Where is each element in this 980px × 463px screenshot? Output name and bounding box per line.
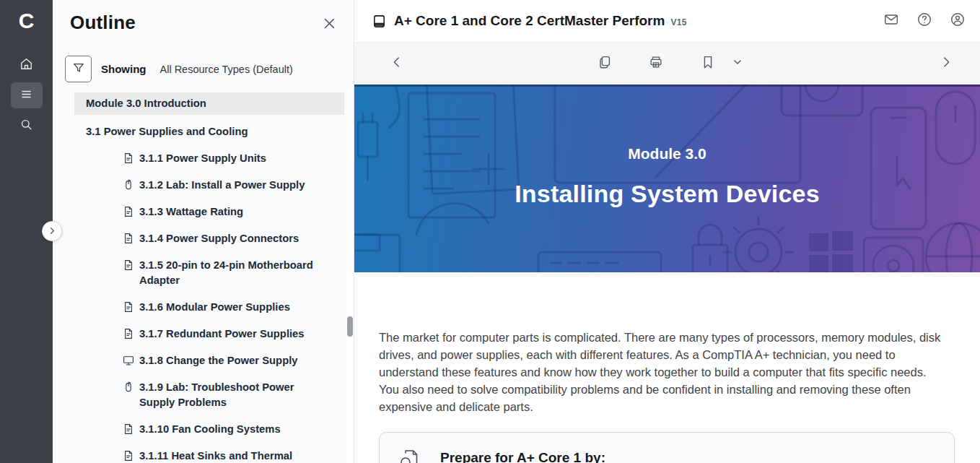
home-icon	[19, 57, 33, 74]
print-icon	[648, 54, 664, 73]
document-icon	[123, 450, 134, 462]
outline-panel: Outline Showing All Resource Types (Defa…	[53, 0, 354, 463]
outline-item-label: 3.1.1 Power Supply Units	[139, 151, 266, 166]
filter-funnel-icon	[72, 61, 85, 77]
close-icon	[323, 17, 336, 33]
print-button[interactable]	[645, 53, 667, 74]
course-title: A+ Core 1 and Core 2 CertMaster Perform	[394, 13, 665, 29]
rail-nav	[0, 52, 53, 139]
outline-scrollbar-thumb[interactable]	[347, 316, 353, 337]
next-page-button[interactable]	[935, 53, 957, 74]
document-icon	[123, 152, 134, 164]
messages-button[interactable]	[882, 12, 901, 30]
outline-item[interactable]: Module 3.0 Introduction	[74, 92, 344, 115]
outline-item[interactable]: 3.1.2 Lab: Install a Power Supply	[53, 178, 354, 193]
document-icon	[123, 423, 134, 435]
chevron-right-icon	[48, 225, 56, 238]
rail-search-button[interactable]	[11, 113, 43, 139]
banner-title: Installing System Devices	[515, 180, 820, 208]
copy-icon	[597, 54, 613, 73]
prepare-callout-box: Prepare for A+ Core 1 by:	[379, 432, 955, 463]
copy-button[interactable]	[594, 53, 616, 74]
rail-home-button[interactable]	[11, 52, 43, 78]
banner-module-label: Module 3.0	[628, 145, 706, 163]
outline-item-label: Module 3.0 Introduction	[86, 98, 206, 109]
outline-item[interactable]: 3.1.8 Change the Power Supply	[53, 353, 354, 368]
outline-item-label: 3.1.5 20-pin to 24-pin Motherboard Adapt…	[139, 258, 328, 288]
outline-item[interactable]: 3.1 Power Supplies and Cooling	[53, 124, 354, 139]
outline-item-label: 3.1 Power Supplies and Cooling	[86, 126, 248, 137]
book-icon	[372, 14, 387, 29]
resource-filter-row: Showing All Resource Types (Default)	[65, 56, 336, 82]
chevron-right-icon	[938, 54, 954, 73]
document-inspect-icon	[399, 448, 421, 463]
panel-expand-button[interactable]	[42, 221, 62, 241]
course-version-badge: V15	[670, 17, 686, 27]
outline-scrollbar-track[interactable]	[346, 90, 354, 463]
outline-item-label: 3.1.6 Modular Power Supplies	[139, 300, 290, 315]
bookmark-menu-button[interactable]	[727, 53, 748, 74]
outline-item[interactable]: 3.1.3 Wattage Rating	[53, 204, 354, 220]
document-icon	[123, 206, 134, 217]
outline-item-label: 3.1.8 Change the Power Supply	[139, 353, 298, 368]
bookmark-button[interactable]	[697, 53, 719, 74]
prepare-heading: Prepare for A+ Core 1 by:	[440, 450, 605, 463]
outline-item[interactable]: 3.1.5 20-pin to 24-pin Motherboard Adapt…	[53, 258, 354, 288]
filter-button[interactable]	[65, 56, 92, 82]
bookmark-icon	[700, 54, 716, 73]
outline-item[interactable]: 3.1.1 Power Supply Units	[53, 151, 354, 166]
outline-item[interactable]: 3.1.4 Power Supply Connectors	[53, 231, 354, 246]
outline-item[interactable]: 3.1.11 Heat Sinks and Thermal	[53, 449, 354, 463]
outline-item[interactable]: 3.1.10 Fan Cooling Systems	[53, 422, 354, 437]
filter-selected-value[interactable]: All Resource Types (Default)	[160, 64, 293, 75]
mail-icon	[883, 12, 899, 30]
chevron-down-icon	[732, 57, 743, 70]
outline-item-label: 3.1.11 Heat Sinks and Thermal	[139, 449, 292, 463]
outline-list: Module 3.0 Introduction3.1 Power Supplie…	[53, 92, 354, 463]
comptia-logo[interactable]: C	[0, 0, 53, 42]
lesson-content: The market for computer parts is complic…	[354, 272, 980, 463]
outline-panel-title: Outline	[70, 12, 336, 34]
outline-item-label: 3.1.7 Redundant Power Supplies	[139, 326, 305, 342]
monitor-icon	[123, 355, 134, 366]
document-icon	[123, 328, 134, 339]
account-button[interactable]	[948, 12, 967, 30]
outline-item-label: 3.1.2 Lab: Install a Power Supply	[139, 178, 305, 193]
document-icon	[123, 259, 134, 271]
header-actions	[882, 12, 967, 30]
intro-paragraph: The market for computer parts is complic…	[379, 329, 949, 415]
chevron-left-icon	[389, 54, 405, 73]
search-icon	[19, 118, 33, 134]
outline-item-label: 3.1.3 Wattage Rating	[139, 204, 243, 220]
outline-item[interactable]: 3.1.7 Redundant Power Supplies	[53, 326, 354, 342]
outline-item-label: 3.1.4 Power Supply Connectors	[139, 231, 299, 246]
reader-toolbar	[354, 42, 980, 85]
document-icon	[123, 233, 134, 244]
outline-item[interactable]: 3.1.9 Lab: Troubleshoot Power Supply Pro…	[53, 380, 354, 410]
help-button[interactable]	[915, 12, 934, 30]
course-header: A+ Core 1 and Core 2 CertMaster Perform …	[354, 0, 980, 42]
lab-icon	[123, 179, 134, 191]
rail-outline-button[interactable]	[11, 82, 43, 108]
outline-item-label: 3.1.10 Fan Cooling Systems	[139, 422, 281, 437]
module-hero-banner: Module 3.0 Installing System Devices	[354, 85, 980, 272]
lab-icon	[123, 381, 134, 393]
main-content-area: A+ Core 1 and Core 2 CertMaster Perform …	[354, 0, 980, 463]
user-icon	[950, 12, 966, 30]
outline-close-button[interactable]	[320, 16, 338, 33]
menu-icon	[19, 87, 33, 104]
outline-item[interactable]: 3.1.6 Modular Power Supplies	[53, 300, 354, 315]
filter-showing-label: Showing	[101, 63, 146, 75]
previous-page-button[interactable]	[386, 53, 408, 74]
document-icon	[123, 301, 134, 313]
outline-item-label: 3.1.9 Lab: Troubleshoot Power Supply Pro…	[139, 380, 328, 410]
help-icon	[916, 12, 932, 30]
